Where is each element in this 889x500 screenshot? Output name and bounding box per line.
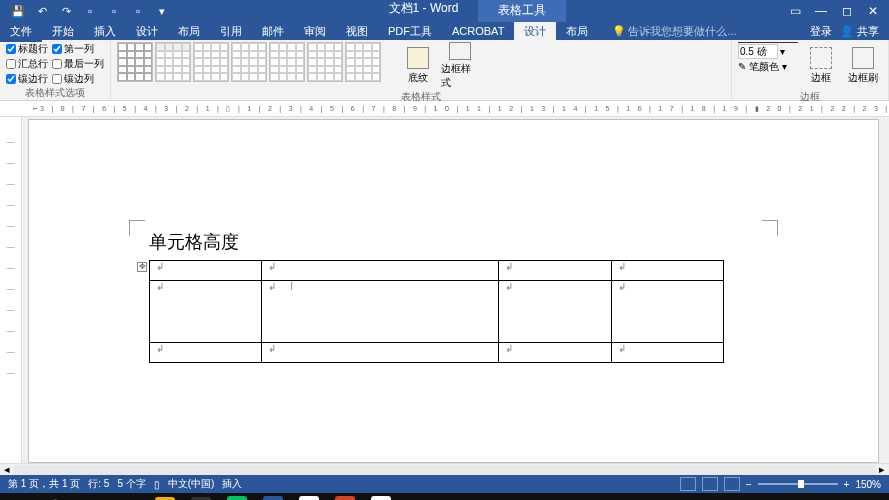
- share-button[interactable]: 👤 共享: [840, 24, 879, 39]
- task-app-wps[interactable]: P: [328, 495, 362, 501]
- tab-insert[interactable]: 插入: [84, 21, 126, 42]
- tab-layout[interactable]: 布局: [168, 21, 210, 42]
- close-icon[interactable]: ✕: [861, 1, 885, 21]
- pen-color-button[interactable]: ✎ 笔颜色 ▾: [738, 60, 798, 74]
- status-mode[interactable]: 插入: [222, 477, 242, 491]
- task-app-chrome[interactable]: ◉: [292, 495, 326, 501]
- qa-expand-icon[interactable]: ▾: [152, 1, 172, 21]
- tab-review[interactable]: 审阅: [294, 21, 336, 42]
- tab-references[interactable]: 引用: [210, 21, 252, 42]
- table-style-gallery[interactable]: [117, 42, 381, 82]
- tab-mailings[interactable]: 邮件: [252, 21, 294, 42]
- status-page[interactable]: 第 1 页，共 1 页: [8, 477, 80, 491]
- ruler-vertical[interactable]: ————————————: [0, 117, 22, 463]
- task-app-explorer[interactable]: 📁: [148, 495, 182, 501]
- save-icon[interactable]: 💾: [8, 1, 28, 21]
- tab-design[interactable]: 设计: [126, 21, 168, 42]
- margin-corner-icon: [762, 220, 778, 236]
- status-lang-icon: ▯: [154, 479, 160, 490]
- contextual-tab-label: 表格工具: [478, 0, 566, 22]
- ribbon-options-icon[interactable]: ▭: [783, 1, 807, 21]
- view-web-icon[interactable]: [724, 477, 740, 491]
- tell-me-search[interactable]: 💡告诉我您想要做什么...: [612, 24, 736, 39]
- status-words[interactable]: 5 个字: [117, 477, 145, 491]
- chk-total-row[interactable]: 汇总行: [6, 57, 48, 71]
- undo-icon[interactable]: ↶: [32, 1, 52, 21]
- border-style-icon: [449, 42, 471, 60]
- qa-btn2-icon[interactable]: ▫: [104, 1, 124, 21]
- tab-file[interactable]: 文件: [0, 21, 42, 42]
- view-read-icon[interactable]: [680, 477, 696, 491]
- chevron-down-icon: ▾: [780, 46, 785, 57]
- margin-corner-icon: [129, 220, 145, 236]
- start-button[interactable]: ⊞: [4, 495, 38, 501]
- zoom-level[interactable]: 150%: [855, 479, 881, 490]
- group-label-options: 表格样式选项: [6, 86, 104, 102]
- chk-last-col[interactable]: 最后一列: [52, 57, 104, 71]
- task-app-qq[interactable]: 🐧: [364, 495, 398, 501]
- painter-icon: [852, 47, 874, 69]
- border-style-button[interactable]: 边框样式: [441, 42, 479, 90]
- bulb-icon: 💡: [612, 25, 626, 37]
- tab-pdf[interactable]: PDF工具: [378, 21, 442, 42]
- chk-header-row[interactable]: 标题行: [6, 42, 48, 56]
- border-width-selector[interactable]: ▾: [738, 44, 798, 59]
- table-row: ↲↲ I↲↲: [150, 281, 724, 343]
- table-row: ↲↲↲↲: [150, 343, 724, 363]
- chk-banded-col[interactable]: 镶边列: [52, 72, 104, 86]
- table-move-handle[interactable]: ✥: [137, 262, 147, 272]
- tab-acrobat[interactable]: ACROBAT: [442, 22, 514, 40]
- group-label-borders: 边框: [738, 90, 882, 106]
- tab-table-design[interactable]: 设计: [514, 21, 556, 42]
- chk-first-col[interactable]: 第一列: [52, 42, 104, 56]
- document-heading[interactable]: 单元格高度: [149, 230, 758, 254]
- border-line-style[interactable]: [738, 42, 798, 43]
- scrollbar-horizontal[interactable]: ◂▸: [0, 463, 889, 475]
- search-icon[interactable]: 🔍: [40, 495, 74, 501]
- status-line[interactable]: 行: 5: [88, 477, 109, 491]
- qa-btn3-icon[interactable]: ▫: [128, 1, 148, 21]
- maximize-icon[interactable]: ◻: [835, 1, 859, 21]
- zoom-slider[interactable]: [758, 483, 838, 485]
- zoom-out-icon[interactable]: −: [746, 479, 752, 490]
- document-page[interactable]: ✥ 单元格高度 ↲↲↲↲ ↲↲ I↲↲ ↲↲↲↲: [28, 119, 879, 463]
- borders-button[interactable]: 边框: [802, 42, 840, 90]
- border-painter-button[interactable]: 边框刷: [844, 42, 882, 90]
- tab-view[interactable]: 视图: [336, 21, 378, 42]
- status-language[interactable]: 中文(中国): [168, 477, 215, 491]
- taskview-icon[interactable]: ⧉: [112, 495, 146, 501]
- task-app-word[interactable]: W: [256, 495, 290, 501]
- tab-home[interactable]: 开始: [42, 21, 84, 42]
- chk-banded-row[interactable]: 镶边行: [6, 72, 48, 86]
- view-print-icon[interactable]: [702, 477, 718, 491]
- task-app-calc[interactable]: 🖩: [184, 495, 218, 501]
- table-row: ↲↲↲↲: [150, 261, 724, 281]
- redo-icon[interactable]: ↷: [56, 1, 76, 21]
- document-table[interactable]: ↲↲↲↲ ↲↲ I↲↲ ↲↲↲↲: [149, 260, 724, 363]
- document-title: 文档1 - Word: [389, 0, 459, 23]
- cortana-icon[interactable]: ○: [76, 495, 110, 501]
- minimize-icon[interactable]: —: [809, 1, 833, 21]
- tab-table-layout[interactable]: 布局: [556, 21, 598, 42]
- task-app-wechat[interactable]: 💬: [220, 495, 254, 501]
- shading-button[interactable]: 底纹: [399, 42, 437, 90]
- zoom-in-icon[interactable]: +: [844, 479, 850, 490]
- borders-icon: [810, 47, 832, 69]
- login-link[interactable]: 登录: [810, 24, 832, 39]
- qa-btn-icon[interactable]: ▫: [80, 1, 100, 21]
- shading-icon: [407, 47, 429, 69]
